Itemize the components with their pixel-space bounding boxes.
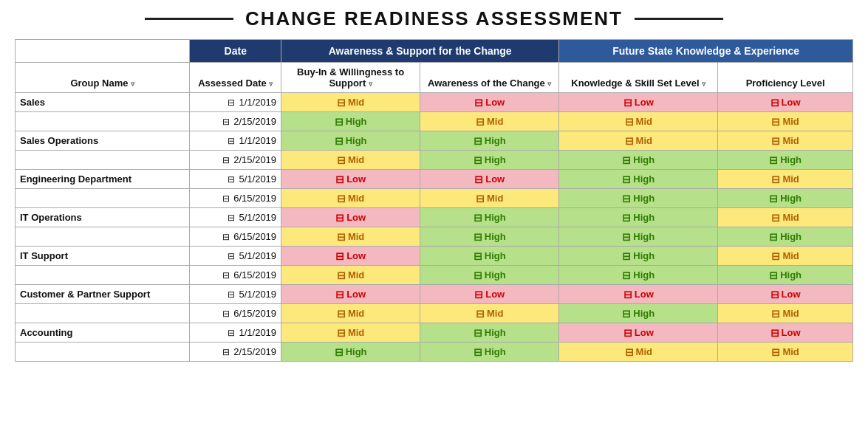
proficiency-badge: ⊟High <box>766 230 804 243</box>
knowledge-cell: ⊟High <box>559 208 718 227</box>
buyin-badge: ⊟Low <box>332 173 369 185</box>
table-row: IT Support⊟ 5/1/2019⊟Low⊟High⊟High⊟Mid <box>16 247 853 266</box>
minus-icon: ⊟ <box>622 309 631 319</box>
group-name-cell <box>16 266 190 285</box>
date-cell: ⊟ 1/1/2019 <box>190 323 281 343</box>
table-row: Accounting⊟ 1/1/2019⊟Mid⊟High⊟Low⊟Low <box>16 323 853 343</box>
minus-icon: ⊟ <box>625 136 634 146</box>
proficiency-cell: ⊟Mid <box>718 304 853 323</box>
group-name-cell <box>16 227 190 247</box>
knowledge-badge: ⊟Mid <box>622 345 655 358</box>
buyin-cell: ⊟Mid <box>281 266 420 285</box>
awareness-badge: ⊟High <box>471 154 509 166</box>
date-filter-icon[interactable]: ▿ <box>269 80 273 88</box>
knowledge-badge: ⊟Low <box>621 96 657 109</box>
knowledge-label: High <box>633 308 655 319</box>
buyin-label: Mid <box>348 308 364 319</box>
page: CHANGE READINESS ASSESSMENT Date Awarene… <box>0 0 868 369</box>
knowledge-badge: ⊟High <box>619 230 657 243</box>
buyin-label: High <box>346 135 367 146</box>
title-line-right <box>635 18 723 20</box>
awareness-label: Low <box>485 97 505 108</box>
minus-icon: ⊟ <box>337 193 346 204</box>
proficiency-label: High <box>780 231 802 242</box>
buyin-label: Mid <box>348 97 364 108</box>
buyin-cell: ⊟High <box>281 343 420 362</box>
minus-icon: ⊟ <box>337 155 346 165</box>
minus-icon: ⊟ <box>474 136 482 146</box>
proficiency-cell: ⊟Low <box>718 323 853 343</box>
minus-icon: ⊟ <box>771 347 780 357</box>
proficiency-label: Mid <box>782 308 799 319</box>
group-name-cell: Sales <box>16 93 190 112</box>
date-minus-icon: ⊟ <box>228 174 237 185</box>
awareness-filter-icon[interactable]: ▿ <box>547 80 551 88</box>
proficiency-cell: ⊟Mid <box>718 208 853 227</box>
proficiency-label: Low <box>782 289 801 300</box>
awareness-badge: ⊟High <box>471 230 509 243</box>
buyin-badge: ⊟Low <box>332 211 369 224</box>
proficiency-label: Mid <box>782 135 799 146</box>
awareness-label: Mid <box>487 116 503 127</box>
minus-icon: ⊟ <box>623 328 632 338</box>
table-row: ⊟ 2/15/2019⊟High⊟High⊟Mid⊟Mid <box>16 343 853 362</box>
proficiency-label: Mid <box>782 116 799 127</box>
minus-icon: ⊟ <box>623 289 632 300</box>
date-cell: ⊟ 5/1/2019 <box>190 170 281 189</box>
minus-icon: ⊟ <box>771 136 780 146</box>
knowledge-badge: ⊟High <box>619 173 657 185</box>
date-minus-icon: ⊟ <box>222 232 232 242</box>
proficiency-cell: ⊟High <box>718 266 853 285</box>
awareness-cell: ⊟High <box>420 208 559 227</box>
buyin-label: Mid <box>348 231 364 242</box>
col-group-name[interactable]: Group Name ▿ <box>16 63 190 93</box>
col-buyin[interactable]: Buy-In & Willingness to Support ▿ <box>281 63 420 93</box>
proficiency-label: High <box>780 269 802 281</box>
table-row: ⊟ 6/15/2019⊟Mid⊟High⊟High⊟High <box>16 227 853 247</box>
proficiency-badge: ⊟Mid <box>768 173 802 185</box>
buyin-cell: ⊟Low <box>281 247 420 266</box>
awareness-label: High <box>485 135 506 146</box>
minus-icon: ⊟ <box>476 117 485 127</box>
col-awareness[interactable]: Awareness of the Change ▿ <box>420 63 559 93</box>
col-proficiency: Proficiency Level <box>718 63 853 93</box>
date-cell: ⊟ 2/15/2019 <box>190 343 281 362</box>
header-date: Date <box>190 40 281 63</box>
col-assessed-date[interactable]: Assessed Date ▿ <box>190 63 281 93</box>
minus-icon: ⊟ <box>770 97 779 108</box>
header-awareness: Awareness & Support for the Change <box>281 40 559 63</box>
date-cell: ⊟ 5/1/2019 <box>190 208 281 227</box>
knowledge-cell: ⊟Low <box>559 285 718 304</box>
group-name-cell <box>16 304 190 323</box>
buyin-filter-icon[interactable]: ▿ <box>369 80 372 88</box>
knowledge-label: Low <box>635 289 654 300</box>
minus-icon: ⊟ <box>474 155 482 165</box>
group-name-cell <box>16 112 190 131</box>
col-knowledge[interactable]: Knowledge & Skill Set Level ▿ <box>559 63 718 93</box>
proficiency-badge: ⊟Mid <box>768 115 802 128</box>
awareness-cell: ⊟High <box>420 343 559 362</box>
knowledge-filter-icon[interactable]: ▿ <box>702 80 705 88</box>
proficiency-badge: ⊟High <box>766 269 804 281</box>
knowledge-cell: ⊟Low <box>559 93 718 112</box>
buyin-badge: ⊟Mid <box>334 230 367 243</box>
awareness-label: Mid <box>487 308 503 319</box>
table-body: Sales⊟ 1/1/2019⊟Mid⊟Low⊟Low⊟Low⊟ 2/15/20… <box>16 93 853 362</box>
minus-icon: ⊟ <box>622 251 631 261</box>
awareness-badge: ⊟High <box>471 345 509 358</box>
minus-icon: ⊟ <box>337 309 346 319</box>
date-minus-icon: ⊟ <box>228 251 237 261</box>
minus-icon: ⊟ <box>770 328 779 338</box>
buyin-label: Mid <box>348 154 364 165</box>
group-filter-icon[interactable]: ▿ <box>131 80 134 88</box>
group-name-cell: IT Support <box>16 247 190 266</box>
awareness-cell: ⊟High <box>420 151 559 170</box>
date-minus-icon: ⊟ <box>222 193 232 204</box>
awareness-label: Mid <box>487 193 503 204</box>
date-minus-icon: ⊟ <box>222 117 232 127</box>
knowledge-badge: ⊟Mid <box>622 115 655 128</box>
buyin-cell: ⊟Mid <box>281 151 420 170</box>
proficiency-label: Low <box>782 97 801 108</box>
date-cell: ⊟ 6/15/2019 <box>190 304 281 323</box>
proficiency-badge: ⊟Low <box>768 326 804 339</box>
